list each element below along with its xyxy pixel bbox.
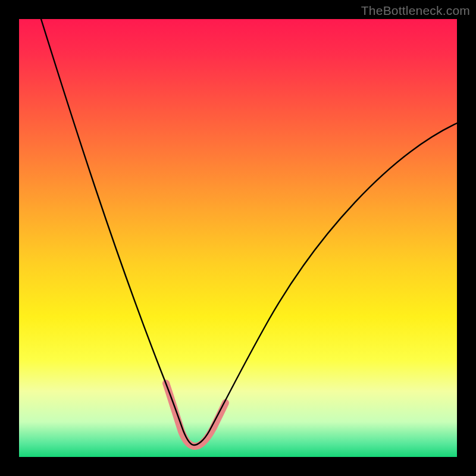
pink-valley-overlay xyxy=(166,383,226,446)
bottleneck-curve xyxy=(41,19,457,445)
watermark-text: TheBottleneck.com xyxy=(361,4,470,18)
curve-layer xyxy=(19,19,457,457)
plot-area xyxy=(19,19,457,457)
chart-stage: TheBottleneck.com xyxy=(0,0,476,476)
